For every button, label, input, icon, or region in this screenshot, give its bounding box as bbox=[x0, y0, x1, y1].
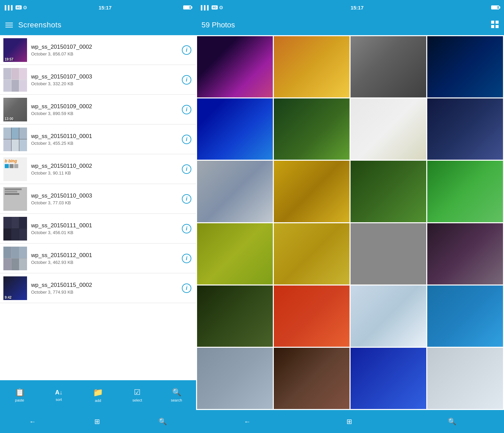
select-icon: ☑ bbox=[134, 388, 141, 397]
photo-cell[interactable] bbox=[351, 36, 426, 97]
file-thumbnail-1 bbox=[3, 68, 27, 92]
file-name-6: wp_ss_20150111_0001 bbox=[31, 222, 178, 229]
photo-cell[interactable] bbox=[197, 286, 273, 347]
info-icon-5[interactable]: i bbox=[182, 194, 191, 204]
file-info-2: wp_ss_20150109_0002 October 3, 890.59 KB bbox=[31, 103, 178, 116]
photo-cell[interactable] bbox=[197, 36, 273, 97]
info-icon-4[interactable]: i bbox=[182, 164, 191, 174]
file-info-3: wp_ss_20150110_0001 October 3, 455.25 KB bbox=[31, 133, 178, 146]
search-button-left[interactable]: 🔍 bbox=[152, 415, 174, 428]
nav-bar-left: ← ⊞ 🔍 bbox=[0, 410, 196, 433]
photo-cell[interactable] bbox=[197, 348, 273, 409]
file-thumbnail-2: 13:00 bbox=[3, 98, 27, 121]
file-name-8: wp_ss_20150115_0002 bbox=[31, 281, 178, 289]
list-item[interactable]: b bing wp_ss_20150110_0002 October 3, 90… bbox=[0, 154, 196, 184]
battery-area-left bbox=[183, 5, 191, 9]
info-icon-1[interactable]: i bbox=[182, 75, 191, 85]
select-label: select bbox=[133, 398, 142, 402]
toolbar-sort[interactable]: A↓ sort bbox=[49, 389, 69, 402]
left-panel: ▌▌▌ 4G ⊙ 15:17 Screenshots 19:57 wp_ss_2… bbox=[0, 0, 196, 433]
status-bar-right: ▌▌▌ 4G ⊙ 15:17 bbox=[196, 0, 504, 15]
photo-cell[interactable] bbox=[427, 348, 503, 409]
file-info-7: wp_ss_20150112_0001 October 3, 462.93 KB bbox=[31, 252, 178, 265]
list-item[interactable]: wp_ss_20150112_0001 October 3, 462.93 KB… bbox=[0, 244, 196, 273]
photo-cell[interactable] bbox=[274, 348, 350, 409]
photo-cell[interactable] bbox=[427, 36, 503, 97]
file-meta-0: October 3, 856.07 KB bbox=[31, 51, 178, 56]
nav-bar-right: ← ⊞ 🔍 bbox=[196, 410, 504, 433]
photo-cell[interactable] bbox=[197, 223, 273, 284]
photo-cell[interactable] bbox=[351, 161, 426, 222]
file-thumbnail-8: 9:42 bbox=[3, 276, 27, 300]
home-button-left[interactable]: ⊞ bbox=[88, 415, 107, 428]
list-item[interactable]: wp_ss_20150110_0001 October 3, 455.25 KB… bbox=[0, 124, 196, 154]
file-info-1: wp_ss_20150107_0003 October 3, 332.20 KB bbox=[31, 73, 178, 86]
file-name-0: wp_ss_20150107_0002 bbox=[31, 43, 178, 51]
photo-cell[interactable] bbox=[274, 98, 350, 160]
photo-cell[interactable] bbox=[274, 36, 350, 97]
grid-layout-icon[interactable] bbox=[491, 21, 499, 30]
list-item[interactable]: wp_ss_20150110_0003 October 3, 77.03 KB … bbox=[0, 184, 196, 214]
info-icon-6[interactable]: i bbox=[182, 224, 191, 233]
signal-area-right: ▌▌▌ 4G ⊙ bbox=[201, 5, 223, 10]
photo-cell[interactable] bbox=[274, 161, 350, 222]
info-icon-8[interactable]: i bbox=[182, 283, 191, 293]
back-button-left[interactable]: ← bbox=[22, 415, 43, 428]
info-icon-2[interactable]: i bbox=[182, 105, 191, 114]
wifi-icon-right: ⊙ bbox=[219, 5, 223, 10]
file-info-0: wp_ss_20150107_0002 October 3, 856.07 KB bbox=[31, 43, 178, 56]
back-button-right[interactable]: ← bbox=[237, 415, 258, 428]
info-icon-0[interactable]: i bbox=[182, 45, 191, 55]
photo-cell[interactable] bbox=[427, 223, 503, 284]
list-item[interactable]: wp_ss_20150111_0001 October 3, 456.01 KB… bbox=[0, 214, 196, 244]
time-left: 15:17 bbox=[99, 5, 112, 10]
file-meta-4: October 3, 90.11 KB bbox=[31, 170, 178, 176]
list-item[interactable]: 9:42 wp_ss_20150115_0002 October 3, 774.… bbox=[0, 273, 196, 303]
paste-label: paste bbox=[15, 398, 24, 402]
list-item[interactable]: wp_ss_20150107_0003 October 3, 332.20 KB… bbox=[0, 65, 196, 95]
photo-cell[interactable] bbox=[351, 286, 426, 347]
file-name-1: wp_ss_20150107_0003 bbox=[31, 73, 178, 81]
toolbar-search[interactable]: 🔍 search bbox=[166, 388, 187, 402]
file-info-6: wp_ss_20150111_0001 October 3, 456.01 KB bbox=[31, 222, 178, 235]
photo-cell[interactable] bbox=[351, 98, 426, 160]
page-title-right: 59 Photos bbox=[201, 21, 235, 29]
header-right: 59 Photos bbox=[196, 15, 504, 35]
info-icon-7[interactable]: i bbox=[182, 254, 191, 263]
paste-icon: 📋 bbox=[15, 388, 24, 397]
hamburger-menu[interactable] bbox=[5, 23, 13, 27]
file-name-3: wp_ss_20150110_0001 bbox=[31, 133, 178, 140]
right-panel: ▌▌▌ 4G ⊙ 15:17 59 Photos bbox=[196, 0, 504, 433]
photo-cell[interactable] bbox=[274, 286, 350, 347]
photo-cell[interactable] bbox=[274, 223, 350, 284]
toolbar-select[interactable]: ☑ select bbox=[127, 388, 147, 402]
add-label: add bbox=[95, 398, 101, 403]
wifi-icon-left: ⊙ bbox=[23, 5, 27, 10]
svg-rect-2 bbox=[491, 25, 494, 28]
photo-cell[interactable] bbox=[427, 286, 503, 347]
photo-cell[interactable] bbox=[351, 223, 426, 284]
search-button-right[interactable]: 🔍 bbox=[441, 415, 463, 428]
file-info-5: wp_ss_20150110_0003 October 3, 77.03 KB bbox=[31, 192, 178, 205]
photo-cell[interactable] bbox=[351, 348, 426, 409]
file-name-5: wp_ss_20150110_0003 bbox=[31, 192, 178, 200]
file-list: 19:57 wp_ss_20150107_0002 October 3, 856… bbox=[0, 35, 196, 380]
add-icon: 📁 bbox=[93, 388, 103, 397]
search-icon: 🔍 bbox=[172, 388, 181, 397]
svg-rect-1 bbox=[496, 21, 499, 24]
sort-label: sort bbox=[56, 397, 62, 402]
file-name-2: wp_ss_20150109_0002 bbox=[31, 103, 178, 110]
toolbar-paste[interactable]: 📋 paste bbox=[9, 388, 30, 402]
file-meta-2: October 3, 890.59 KB bbox=[31, 111, 178, 116]
list-item[interactable]: 19:57 wp_ss_20150107_0002 October 3, 856… bbox=[0, 35, 196, 65]
toolbar-add[interactable]: 📁 add bbox=[88, 388, 108, 403]
file-thumbnail-4: b bing bbox=[3, 157, 27, 181]
home-button-right[interactable]: ⊞ bbox=[340, 415, 359, 428]
photo-cell[interactable] bbox=[197, 161, 273, 222]
photo-cell[interactable] bbox=[427, 98, 503, 160]
info-icon-3[interactable]: i bbox=[182, 135, 191, 144]
svg-rect-0 bbox=[491, 21, 494, 24]
photo-cell[interactable] bbox=[427, 161, 503, 222]
photo-cell[interactable] bbox=[197, 98, 273, 160]
list-item[interactable]: 13:00 wp_ss_20150109_0002 October 3, 890… bbox=[0, 95, 196, 124]
